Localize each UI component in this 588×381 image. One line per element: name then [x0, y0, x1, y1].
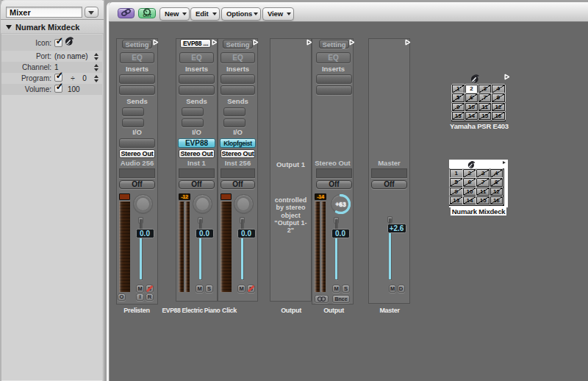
svg-text:OUT: OUT	[143, 13, 152, 18]
svg-text:+63: +63	[335, 200, 346, 207]
